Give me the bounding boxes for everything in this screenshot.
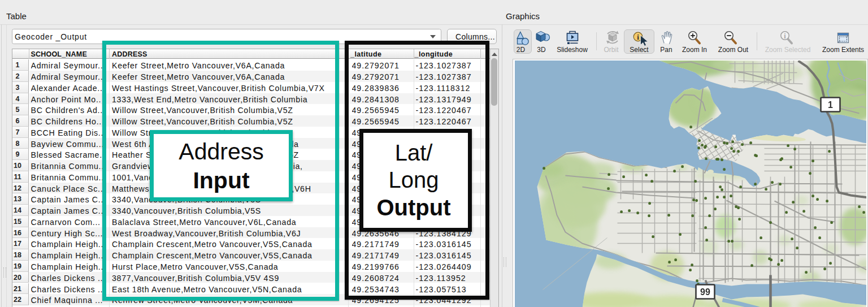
svg-text:1: 1 [828,100,833,109]
svg-text:99: 99 [700,287,710,296]
svg-text:i: i [637,33,639,41]
